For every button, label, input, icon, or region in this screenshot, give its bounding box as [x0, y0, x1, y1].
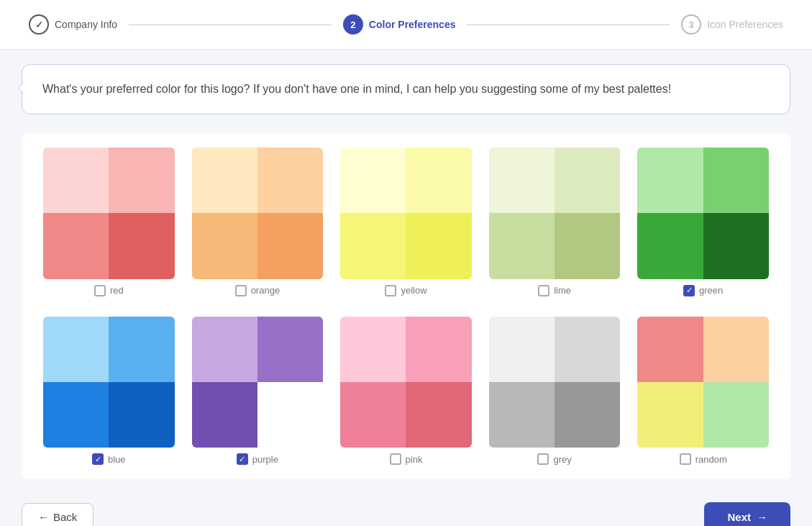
- palette-cell-purple-1-0: [192, 382, 257, 448]
- color-item-yellow[interactable]: yellow: [340, 148, 472, 296]
- palette-cell-yellow-0-1: [406, 148, 471, 213]
- palette-cell-blue-1-0: [43, 382, 109, 448]
- color-name-random: random: [695, 454, 727, 465]
- color-label-row-green: green: [683, 285, 723, 296]
- palette-cell-lime-0-0: [489, 148, 555, 213]
- palette-green: [637, 148, 769, 279]
- palette-cell-green-0-0: [637, 148, 703, 213]
- color-checkbox-orange[interactable]: [235, 285, 247, 296]
- color-label-row-blue: blue: [92, 453, 126, 465]
- palette-cell-pink-0-1: [406, 317, 471, 382]
- color-checkbox-random[interactable]: [680, 453, 691, 465]
- color-label-row-orange: orange: [235, 285, 280, 296]
- color-label-row-purple: purple: [237, 453, 278, 465]
- color-name-pink: pink: [406, 454, 423, 465]
- color-item-random[interactable]: random: [637, 317, 769, 466]
- back-button[interactable]: ← Back: [22, 503, 93, 526]
- color-label-row-lime: lime: [538, 285, 571, 296]
- colors-container: redorangeyellowlimegreenbluepurplepinkgr…: [22, 133, 790, 479]
- next-label: Next: [727, 511, 751, 523]
- palette-cell-red-1-1: [109, 213, 174, 278]
- palette-cell-blue-0-1: [109, 317, 174, 382]
- palette-cell-pink-1-0: [340, 382, 406, 448]
- color-item-purple[interactable]: purple: [192, 317, 324, 466]
- palette-cell-orange-0-0: [192, 148, 257, 213]
- palette-cell-orange-0-1: [257, 148, 323, 213]
- palette-cell-blue-1-1: [109, 382, 174, 448]
- palette-purple: [192, 317, 324, 448]
- palette-cell-blue-0-0: [43, 317, 109, 382]
- palette-lime: [489, 148, 621, 279]
- palette-cell-red-1-0: [43, 213, 109, 278]
- palette-cell-pink-1-1: [406, 382, 471, 448]
- color-checkbox-red[interactable]: [94, 285, 106, 296]
- palette-cell-yellow-1-0: [340, 213, 406, 278]
- palette-cell-green-1-1: [703, 213, 769, 278]
- color-checkbox-grey[interactable]: [537, 453, 549, 465]
- color-checkbox-purple[interactable]: [237, 453, 248, 465]
- color-grid: redorangeyellowlimegreenbluepurplepinkgr…: [43, 148, 769, 465]
- palette-cell-green-1-0: [637, 213, 703, 278]
- palette-random: [637, 317, 769, 448]
- step-2-circle: 2: [343, 14, 363, 35]
- color-item-grey[interactable]: grey: [489, 317, 621, 466]
- chat-message: What's your preferred color for this log…: [42, 83, 671, 95]
- color-checkbox-yellow[interactable]: [385, 285, 396, 296]
- chat-container: What's your preferred color for this log…: [0, 50, 812, 122]
- color-item-green[interactable]: green: [637, 148, 769, 296]
- palette-cell-yellow-1-1: [406, 213, 471, 278]
- color-label-row-yellow: yellow: [385, 285, 426, 296]
- palette-orange: [192, 148, 324, 279]
- color-name-blue: blue: [108, 454, 126, 465]
- color-label-row-random: random: [680, 453, 727, 465]
- bottom-nav: ← Back Next →: [0, 491, 812, 526]
- palette-cell-lime-0-1: [555, 148, 620, 213]
- palette-cell-orange-1-1: [257, 213, 323, 278]
- next-button[interactable]: Next →: [704, 502, 790, 526]
- palette-pink: [340, 317, 472, 448]
- color-label-row-pink: pink: [390, 453, 423, 465]
- color-checkbox-pink[interactable]: [390, 453, 401, 465]
- color-checkbox-blue[interactable]: [92, 453, 104, 465]
- color-checkbox-lime[interactable]: [538, 285, 549, 296]
- color-item-blue[interactable]: blue: [43, 317, 175, 466]
- step-1-label: Company Info: [55, 19, 117, 30]
- palette-cell-purple-0-0: [192, 317, 257, 382]
- palette-cell-orange-1-0: [192, 213, 257, 278]
- palette-blue: [43, 317, 175, 448]
- step-line-2: [467, 24, 670, 25]
- step-line-1: [129, 24, 332, 25]
- color-label-row-red: red: [94, 285, 124, 296]
- palette-cell-grey-0-1: [555, 317, 620, 382]
- palette-cell-green-0-1: [703, 148, 769, 213]
- step-2-label: Color Preferences: [369, 19, 456, 30]
- color-name-grey: grey: [553, 454, 571, 465]
- color-name-green: green: [699, 285, 723, 296]
- color-item-pink[interactable]: pink: [340, 317, 472, 466]
- color-item-lime[interactable]: lime: [489, 148, 621, 296]
- step-1-circle: ✓: [29, 14, 49, 35]
- palette-red: [43, 148, 175, 279]
- palette-cell-random-1-1: [703, 382, 769, 448]
- palette-cell-lime-1-0: [489, 213, 555, 278]
- palette-cell-grey-1-1: [555, 382, 620, 448]
- palette-cell-red-0-0: [43, 148, 109, 213]
- step-3-circle: 3: [681, 14, 701, 35]
- back-arrow-icon: ←: [38, 511, 49, 523]
- step-3-label: Icon Preferences: [707, 19, 783, 30]
- color-item-red[interactable]: red: [43, 148, 175, 296]
- palette-cell-random-0-1: [703, 317, 769, 382]
- step-1: ✓ Company Info: [29, 14, 117, 35]
- palette-cell-red-0-1: [109, 148, 174, 213]
- palette-grey: [489, 317, 621, 448]
- step-2: 2 Color Preferences: [343, 14, 456, 35]
- palette-cell-grey-0-0: [489, 317, 555, 382]
- color-label-row-grey: grey: [537, 453, 571, 465]
- palette-yellow: [340, 148, 472, 279]
- palette-cell-yellow-0-0: [340, 148, 406, 213]
- palette-cell-random-1-0: [637, 382, 703, 448]
- palette-cell-purple-1-1: [257, 382, 323, 448]
- palette-cell-random-0-0: [637, 317, 703, 382]
- color-checkbox-green[interactable]: [683, 285, 695, 296]
- color-item-orange[interactable]: orange: [192, 148, 324, 296]
